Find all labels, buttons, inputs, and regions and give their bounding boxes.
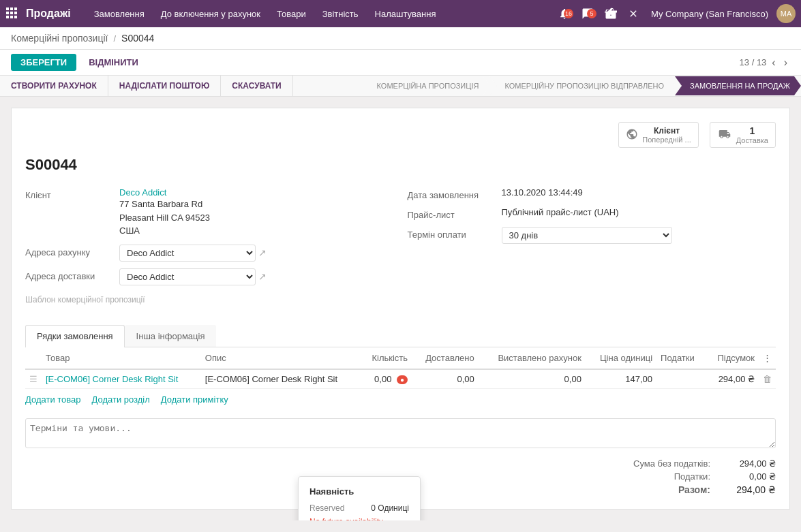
quantity-cell[interactable]: 0,00 ● [361,369,412,389]
send-email-button[interactable]: НАДІСЛАТИ ПОШТОЮ [108,76,222,96]
popup-title: Наявність [309,486,409,497]
table-row: ☰ [E-COM06] Corner Desk Right Sit [E-COM… [25,369,776,389]
pagination: 13 / 13 ‹ › [740,57,790,69]
status-step-order[interactable]: ЗАМОВЛЕННЯ НА ПРОДАЖ [675,76,801,95]
gift-icon[interactable] [601,7,621,20]
svg-rect-5 [14,12,17,14]
subtotal-value: 294,00 ₴ [721,458,776,469]
add-note-link[interactable]: Додати примітку [161,394,228,405]
template-field-row: Шаблон комерційної пропозиції [25,292,394,304]
table-header-row: Товар Опис Кількість Доставлено Виставле… [25,347,776,369]
pagination-next[interactable]: › [781,57,790,69]
billing-label: Адреса рахунку [25,245,114,257]
close-icon[interactable] [624,8,643,19]
delivery-select[interactable]: Deco Addict [119,268,256,285]
drag-handle-cell: ☰ [25,369,42,389]
svg-rect-7 [10,16,13,18]
pagination-prev[interactable]: ‹ [769,57,778,69]
popup-reserved-row: Reserved 0 Одиниці [309,503,409,513]
th-actions: ⋮ [759,347,776,369]
delete-cell: 🗑 [759,369,776,389]
breadcrumb-parent[interactable]: Комерційні пропозиції [11,33,108,44]
terms-textarea[interactable] [25,418,776,448]
delivery-label: Адреса доставки [25,268,114,281]
client-address-line1: 77 Santa Barbara Rd [119,198,210,211]
nav-item-invoice[interactable]: До включення у рахунок [154,9,267,19]
order-table: Товар Опис Кількість Доставлено Виставле… [25,347,776,389]
client-address-line3: США [119,224,210,238]
billing-field-row: Адреса рахунку Deco Addict ↗ [25,245,394,262]
breadcrumb-separator: / [113,33,116,44]
th-drag [25,347,42,369]
delivery-info-button[interactable]: 1 Доставка [710,122,776,148]
delivery-ext-link-icon[interactable]: ↗ [258,271,267,282]
cancel-button[interactable]: ВІДМІНИТИ [82,54,145,71]
th-total: Підсумок [706,347,759,369]
nav-item-reports[interactable]: Звітність [316,9,365,19]
tab-other-info[interactable]: Інша інформація [125,325,217,347]
availability-popup: Наявність Reserved 0 Одиниці No future a… [298,476,421,520]
billing-select[interactable]: Deco Addict [119,245,256,262]
drag-handle-icon[interactable]: ☰ [29,374,37,384]
taxes-cell[interactable] [656,369,706,389]
popup-reserved-label: Reserved [309,503,344,513]
save-button[interactable]: ЗБЕРЕГТИ [11,54,76,71]
create-invoice-button[interactable]: СТВОРИТИ РАХУНОК [0,76,108,96]
payment-terms-select[interactable]: 30 днів [502,227,672,244]
grid-icon[interactable] [5,7,18,21]
svg-rect-1 [10,7,13,10]
nav-item-orders[interactable]: Замовлення [87,9,151,19]
top-navigation: Продажі Замовлення До включення у рахуно… [0,0,801,27]
globe-icon [626,128,638,142]
nav-item-settings[interactable]: Налаштування [368,9,443,19]
app-title: Продажі [26,7,71,20]
pricelist-value: Публічний прайс-лист (UAH) [502,207,619,217]
subtotal-row: Сума без податків: 294,00 ₴ [601,458,776,469]
status-flow: КОМЕРЦІЙНА ПРОПОЗИЦІЯ КОМЕРЦІЙНУ ПРОПОЗИ… [293,76,801,95]
company-name: My Company (San Francisco) [651,9,768,19]
unit-price-cell[interactable]: 147,00 [586,369,656,389]
activity-icon[interactable]: 16 [554,7,575,20]
product-cell[interactable]: [E-COM06] Corner Desk Right Sit [42,369,201,389]
order-date-label: Дата замовлення [408,187,496,200]
tab-order-lines[interactable]: Рядки замовлення [25,325,125,347]
client-btn-label: Клієнт [642,126,691,136]
client-btn-sublabel: Попередній ... [642,136,691,144]
status-step-quote[interactable]: КОМЕРЦІЙНА ПРОПОЗИЦІЯ [369,76,490,95]
user-avatar[interactable]: MA [776,4,796,23]
grand-total-row: Разом: 294,00 ₴ [601,484,776,495]
add-product-link[interactable]: Додати товар [25,394,81,405]
pricelist-row: Прайс-лист Публічний прайс-лист (UAH) [408,207,776,220]
client-info-button[interactable]: Клієнт Попередній ... [618,122,698,148]
invoiced-cell[interactable]: 0,00 [479,369,586,389]
payment-terms-label: Термін оплати [408,227,496,240]
order-date-value: 13.10.2020 13:44:49 [502,187,583,198]
template-label: Шаблон комерційної пропозиції [25,292,145,304]
client-label: Клієнт [25,187,114,200]
truck-icon [717,128,732,142]
form-left: Клієнт Deco Addict 77 Santa Barbara Rd P… [25,187,394,311]
client-name[interactable]: Deco Addict [119,187,210,198]
billing-ext-link-icon[interactable]: ↗ [258,247,267,258]
description-cell[interactable]: [E-COM06] Corner Desk Right Sit [201,369,361,389]
grand-total-label: Разом: [601,484,710,495]
cancel-order-button[interactable]: СКАСУВАТИ [221,76,292,96]
columns-icon[interactable]: ⋮ [763,353,772,363]
add-section-link[interactable]: Додати розділ [92,394,150,405]
delete-row-icon[interactable]: 🗑 [763,374,772,384]
popup-reserved-value: 0 Одиниці [371,503,409,513]
svg-rect-0 [6,7,9,10]
tabs-bar: Рядки замовлення Інша інформація [25,325,776,347]
delivered-cell[interactable]: 0,00 [412,369,479,389]
pagination-text: 13 / 13 [740,57,767,67]
messages-icon[interactable]: 5 [577,7,598,20]
order-number: S00044 [25,156,776,174]
nav-item-products[interactable]: Товари [270,9,313,19]
th-unit-price: Ціна одиниці [586,347,656,369]
th-delivered: Доставлено [412,347,479,369]
form-grid: Клієнт Deco Addict 77 Santa Barbara Rd P… [25,187,776,311]
status-step-sent[interactable]: КОМЕРЦІЙНУ ПРОПОЗИЦІЮ ВІДПРАВЛЕНО [489,76,675,95]
payment-terms-row: Термін оплати 30 днів [408,227,776,244]
client-address-line2: Pleasant Hill CA 94523 [119,211,210,225]
taxes-label: Податки: [601,471,710,482]
